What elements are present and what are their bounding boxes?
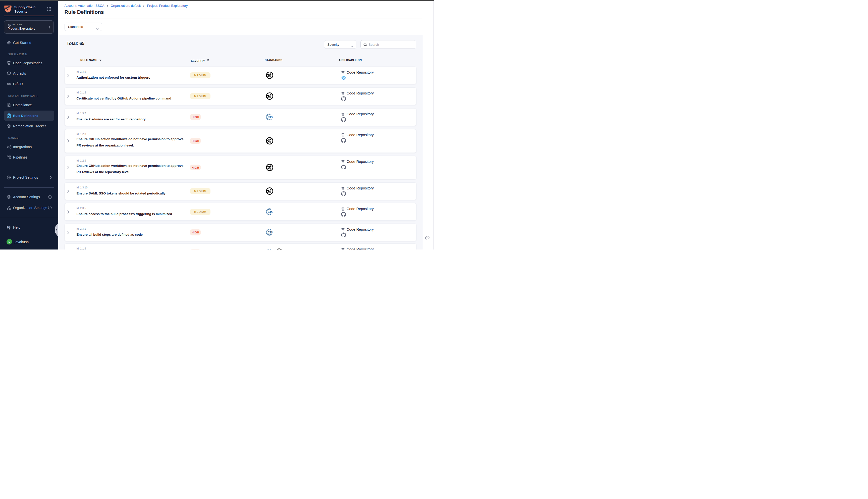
svg-text:CIS: CIS: [268, 210, 273, 214]
svg-text:?: ?: [8, 226, 9, 228]
svg-text:CIS: CIS: [268, 115, 273, 119]
svg-text:CIS: CIS: [268, 231, 273, 234]
